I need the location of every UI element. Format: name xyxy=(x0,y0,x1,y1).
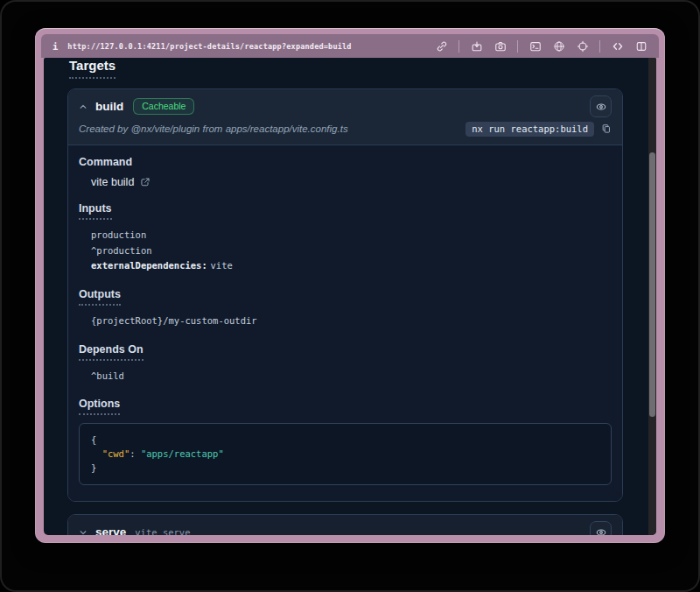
input-item: ^production xyxy=(91,243,612,259)
target-name: serve xyxy=(95,525,126,535)
depends-on-item: ^build xyxy=(91,369,612,384)
scrollbar-thumb[interactable] xyxy=(649,152,655,417)
scrollbar-track[interactable] xyxy=(648,58,656,535)
view-target-button[interactable] xyxy=(590,521,612,535)
camera-icon[interactable] xyxy=(494,39,507,53)
external-link-icon[interactable] xyxy=(140,177,150,187)
code-brackets-icon[interactable] xyxy=(611,39,624,53)
outputs-label: Outputs xyxy=(79,288,121,306)
input-item: production xyxy=(91,228,612,243)
code-line: "cwd": "apps/reactapp" xyxy=(91,448,599,462)
toolbar-divider xyxy=(458,40,459,53)
crosshair-icon[interactable] xyxy=(576,39,589,53)
terminal-icon[interactable] xyxy=(528,39,542,53)
chevron-down-icon[interactable] xyxy=(79,528,88,535)
depends-on-list: ^build xyxy=(79,369,612,384)
command-label: Command xyxy=(79,156,612,168)
inputs-label: Inputs xyxy=(79,202,112,220)
globe-icon[interactable] xyxy=(552,39,565,53)
options-label: Options xyxy=(79,398,120,415)
chevron-up-icon[interactable] xyxy=(79,102,88,111)
serve-command-text: vite serve xyxy=(135,527,190,535)
screenshot-backdrop: i http://127.0.0.1:4211/project-details/… xyxy=(0,0,700,592)
target-card-serve: serve vite serve xyxy=(67,514,623,535)
command-value: vite build xyxy=(91,176,134,188)
build-card-body: Command vite build Inputs production ^pr… xyxy=(68,145,622,501)
info-favicon-icon: i xyxy=(52,41,58,52)
created-by-text: Created by @nx/vite/plugin from apps/rea… xyxy=(79,123,348,134)
link-icon[interactable] xyxy=(435,39,448,53)
output-item: {projectRoot}/my-custom-outdir xyxy=(91,314,612,329)
import-box-icon[interactable] xyxy=(470,39,483,53)
url-field[interactable]: http://127.0.0.1:4211/project-details/re… xyxy=(67,42,351,51)
serve-card-header[interactable]: serve vite serve xyxy=(68,515,622,535)
browser-viewport: Targets build Cacheable xyxy=(44,58,656,535)
code-line: { xyxy=(91,433,599,448)
outputs-list: {projectRoot}/my-custom-outdir xyxy=(79,314,612,329)
split-view-icon[interactable] xyxy=(634,39,648,53)
inputs-list: production ^production externalDependenc… xyxy=(79,228,612,274)
project-details-page: Targets build Cacheable xyxy=(44,58,648,535)
toolbar-divider xyxy=(599,40,600,53)
browser-window: i http://127.0.0.1:4211/project-details/… xyxy=(35,28,665,543)
target-card-build: build Cacheable Created by @nx/vite/plug… xyxy=(67,88,623,502)
target-name: build xyxy=(95,100,123,113)
run-command-chip: nx run reactapp:build xyxy=(466,122,594,137)
cacheable-badge: Cacheable xyxy=(133,98,194,115)
toolbar-actions xyxy=(435,39,648,53)
depends-on-label: Depends On xyxy=(79,343,144,361)
code-line: } xyxy=(91,462,599,476)
copy-icon[interactable] xyxy=(601,123,612,134)
toolbar-divider xyxy=(517,40,518,53)
options-code-block: { "cwd": "apps/reactapp" } xyxy=(79,423,612,485)
input-item-keyed: externalDependencies:vite xyxy=(91,258,612,274)
build-card-header[interactable]: build Cacheable Created by @nx/vite/plug… xyxy=(68,89,622,145)
browser-toolbar: i http://127.0.0.1:4211/project-details/… xyxy=(41,34,659,58)
page-title: Targets xyxy=(69,58,116,79)
view-target-button[interactable] xyxy=(590,95,612,117)
